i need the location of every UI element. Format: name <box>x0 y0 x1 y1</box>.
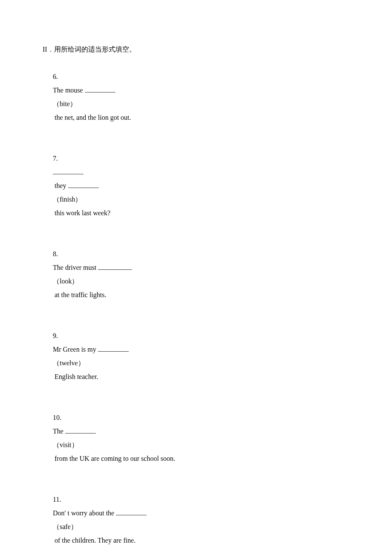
q-text: English teacher. <box>53 373 98 380</box>
q9: 9. Mr Green is my （twelve） English teach… <box>43 315 349 397</box>
section-2-list: 6. The mouse （bite） the net, and the lio… <box>43 56 349 555</box>
hint: （bite） <box>53 100 77 107</box>
q10: 10. The （visit） from the UK are coming t… <box>43 397 349 479</box>
blank-input[interactable] <box>98 344 129 352</box>
q11: 11. Don' t worry about the （safe） of the… <box>43 479 349 555</box>
q-text: at the traffic lights. <box>53 291 106 298</box>
q-num: 10 <box>53 414 60 421</box>
q-num: 8 <box>53 250 56 257</box>
q-num: 11 <box>53 496 59 503</box>
q-text: they <box>53 182 68 189</box>
q-num: 9 <box>53 332 56 339</box>
hint: （finish） <box>53 196 82 203</box>
q-text: The driver must <box>53 264 98 271</box>
q-text: The <box>53 428 65 435</box>
hint: （safe） <box>53 523 78 530</box>
blank-input[interactable] <box>65 426 96 434</box>
blank-input[interactable] <box>53 167 84 174</box>
blank-input[interactable] <box>116 508 147 515</box>
q6: 6. The mouse （bite） the net, and the lio… <box>43 56 349 138</box>
q-text: from the UK are coming to our school soo… <box>53 455 175 462</box>
q-text: of the children. They are fine. <box>53 537 135 544</box>
section-2-title: II．用所给词的适当形式填空。 <box>43 43 349 56</box>
q-text: Don' t worry about the <box>53 509 116 517</box>
q-num: 7 <box>53 155 56 162</box>
hint: （look） <box>53 278 78 285</box>
blank-input[interactable] <box>85 85 115 92</box>
q-text: the net, and the lion got out. <box>53 114 131 121</box>
blank-input[interactable] <box>68 181 99 188</box>
q7: 7. they （finish） this work last week? <box>43 138 349 234</box>
q-text: Mr Green is my <box>53 346 98 353</box>
q-text: The mouse <box>53 87 85 94</box>
q-num: 6 <box>53 73 56 80</box>
blank-input[interactable] <box>98 263 132 270</box>
q8: 8. The driver must （look） at the traffic… <box>43 234 349 315</box>
hint: （visit） <box>53 441 78 448</box>
q-text: this work last week? <box>53 209 110 217</box>
hint: （twelve） <box>53 359 85 367</box>
